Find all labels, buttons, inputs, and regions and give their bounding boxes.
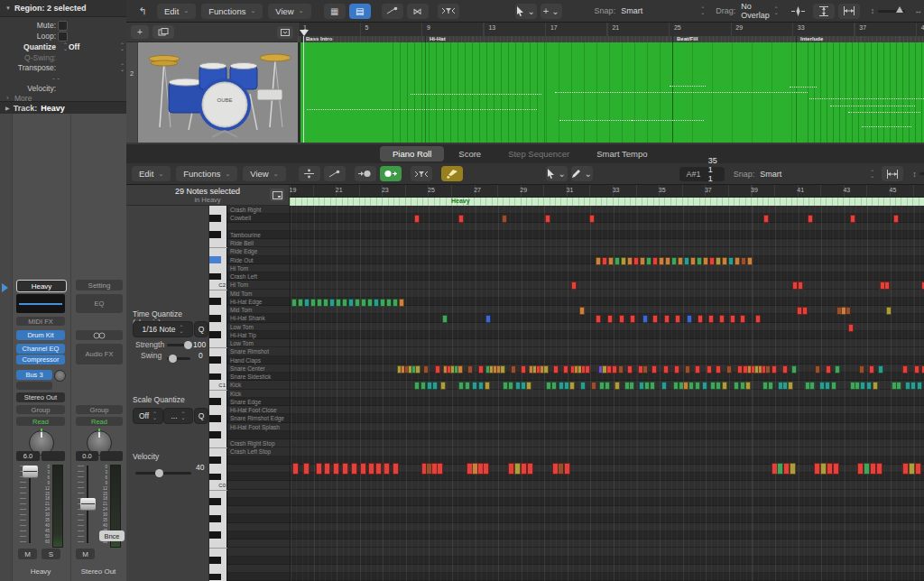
midi-note[interactable] — [465, 382, 470, 390]
pr-view-menu[interactable]: View⌄ — [243, 166, 285, 181]
piano-key-black[interactable] — [209, 431, 221, 438]
midi-note[interactable] — [860, 382, 865, 390]
midi-note[interactable] — [833, 463, 839, 475]
midi-note[interactable] — [690, 257, 696, 265]
midi-note[interactable] — [765, 365, 771, 374]
piano-key-black[interactable] — [209, 231, 221, 238]
midi-note[interactable] — [809, 382, 815, 390]
midi-note[interactable] — [684, 257, 689, 265]
midi-note[interactable] — [483, 463, 489, 475]
send-slot[interactable]: Bus 3 — [16, 370, 52, 380]
insert-slot-1[interactable]: Channel EQ — [16, 344, 65, 354]
midi-note[interactable] — [741, 257, 746, 265]
midi-note[interactable] — [348, 299, 354, 307]
midi-note[interactable] — [848, 324, 854, 332]
marker-beat-fill[interactable]: Beat/Fill — [672, 36, 797, 42]
midi-note[interactable] — [298, 299, 303, 307]
midi-note[interactable] — [336, 299, 341, 307]
audio-fx-slot[interactable]: Audio FX — [76, 344, 123, 364]
midi-note[interactable] — [585, 365, 590, 374]
arrange-edit-menu[interactable]: Edit⌄ — [157, 4, 196, 19]
midi-note[interactable] — [618, 365, 624, 374]
midi-note[interactable] — [630, 315, 635, 323]
midi-note[interactable] — [825, 382, 830, 390]
midi-note[interactable] — [633, 257, 639, 265]
midi-note[interactable] — [629, 382, 634, 390]
midi-note[interactable] — [896, 382, 901, 390]
midi-note[interactable] — [659, 257, 664, 265]
scale-mode-select[interactable]: ...⌃⌄ — [163, 408, 193, 424]
midi-note[interactable] — [707, 365, 712, 374]
strength-slider[interactable] — [167, 344, 190, 346]
piano-key-black[interactable] — [209, 398, 221, 405]
midi-note[interactable] — [730, 315, 735, 323]
midi-note[interactable] — [857, 463, 864, 475]
marker-bass-intro[interactable]: Bass Intro — [301, 36, 426, 42]
arrange-functions-menu[interactable]: Functions⌄ — [201, 4, 263, 19]
arrange-view-menu[interactable]: View⌄ — [268, 4, 310, 19]
piano-key-black[interactable] — [209, 415, 221, 422]
midi-note[interactable] — [716, 257, 721, 265]
midi-note[interactable] — [621, 257, 626, 265]
pr-snap-stepper-icon[interactable]: ⌃⌄ — [870, 171, 874, 178]
midi-note[interactable] — [380, 299, 385, 307]
midi-note[interactable] — [596, 257, 601, 265]
midi-note[interactable] — [614, 382, 620, 390]
transpose-row[interactable]: Transpose: ⌃⌄ — [0, 62, 126, 73]
pr-horizontal-zoom-fit-button[interactable] — [882, 166, 903, 181]
midi-note[interactable] — [316, 463, 322, 475]
piano-key-black[interactable] — [209, 557, 221, 564]
midi-note[interactable] — [768, 382, 773, 390]
midi-note[interactable] — [414, 382, 420, 390]
midi-note[interactable] — [886, 307, 892, 315]
midi-note[interactable] — [708, 315, 714, 323]
automation-mode-button-2[interactable]: Read — [76, 417, 123, 426]
midi-note[interactable] — [878, 365, 883, 374]
solo-button[interactable]: S — [42, 549, 60, 559]
midi-note[interactable] — [687, 315, 692, 323]
midi-note[interactable] — [569, 382, 575, 390]
midi-out-button[interactable] — [380, 166, 402, 181]
vertical-zoom-slider[interactable]: ↕ — [871, 6, 906, 15]
midi-note[interactable] — [876, 463, 882, 475]
midi-note[interactable] — [291, 299, 297, 307]
marker-interlude[interactable]: Interlude — [796, 36, 924, 42]
track-inspector-header[interactable]: ▶ Track: Heavy — [0, 101, 126, 114]
group-slot-2[interactable]: Group — [76, 405, 123, 414]
midi-note[interactable] — [703, 257, 708, 265]
flex-button[interactable] — [788, 4, 809, 19]
snap-value[interactable]: Smart — [621, 6, 642, 15]
midi-note[interactable] — [303, 463, 310, 475]
midi-note[interactable] — [440, 382, 446, 390]
midi-note[interactable] — [432, 382, 438, 390]
strength-handle[interactable] — [184, 341, 192, 349]
midi-note[interactable] — [333, 463, 339, 475]
midi-note[interactable] — [485, 315, 491, 323]
send-slot-empty[interactable] — [16, 382, 52, 390]
midi-note[interactable] — [323, 299, 328, 307]
midi-note[interactable] — [695, 382, 700, 390]
midi-note[interactable] — [608, 257, 614, 265]
midi-note[interactable] — [521, 463, 527, 475]
midi-note[interactable] — [745, 382, 751, 390]
midi-note[interactable] — [564, 463, 570, 475]
midi-note[interactable] — [614, 257, 620, 265]
midi-note[interactable] — [646, 257, 651, 265]
midi-note[interactable] — [763, 215, 769, 223]
midi-note[interactable] — [514, 463, 521, 475]
horizontal-zoom-slider[interactable]: ↔ — [914, 6, 924, 15]
time-quantize-select[interactable]: 1/16 Note⌃⌄ — [133, 321, 193, 337]
quantize-menu-stepper-icon[interactable]: ⌃⌄ — [120, 43, 125, 51]
velocity-handle[interactable] — [155, 469, 163, 477]
midi-note[interactable] — [607, 315, 613, 323]
midi-note[interactable] — [772, 365, 777, 374]
pointer-tool-button[interactable]: ⌄ — [515, 4, 537, 19]
midi-note[interactable] — [393, 299, 398, 307]
tab-smart-tempo[interactable]: Smart Tempo — [584, 146, 660, 161]
midi-note[interactable] — [777, 463, 783, 475]
brush-tool-button[interactable] — [441, 166, 463, 181]
midi-note[interactable] — [688, 382, 694, 390]
mute-button-2[interactable]: M — [76, 549, 95, 559]
snap-stepper-icon[interactable]: ⌃⌄ — [700, 7, 705, 14]
midi-note[interactable] — [329, 299, 335, 307]
